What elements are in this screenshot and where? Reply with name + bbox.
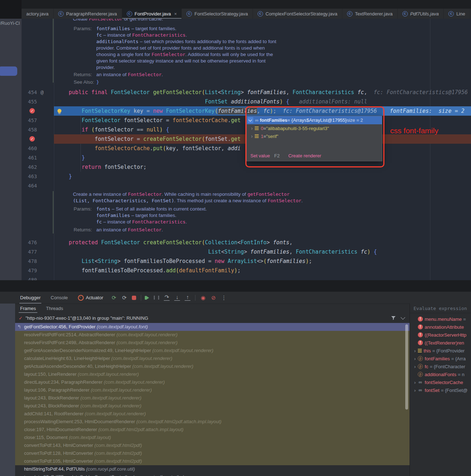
expand-chevron-icon[interactable]: › [250, 125, 254, 131]
rerun-debug-icon[interactable]: ⟳ [121, 295, 127, 301]
variable-row[interactable]: ›this= {FontProvider [410, 347, 471, 355]
doc-line: (List, FontCharacteristics, FontSet). Th… [73, 198, 303, 204]
frame-row[interactable]: calculateLineHeight:63, LineHeightHelper… [15, 355, 410, 362]
frame-row[interactable]: convertToPdf:143, HtmlConverter (com.ite… [15, 442, 410, 449]
tool-window-stripe-button-top[interactable] [0, 66, 17, 76]
variable-row[interactable]: !annotationAttribute [410, 323, 471, 331]
frame-row[interactable]: addChild:141, RootRenderer (com.itextpdf… [15, 410, 410, 418]
frame-row[interactable]: close:197, HtmlDocumentRenderer (com.ite… [15, 426, 410, 434]
step-into-icon[interactable]: ↓ [174, 295, 180, 301]
more-icon[interactable]: ⋮ [221, 295, 227, 301]
run-configuration[interactable]: Actuator [78, 295, 103, 301]
create-renderer-link[interactable]: Create renderer [288, 153, 321, 158]
editor-tab[interactable]: CTextRenderer.java [342, 9, 398, 19]
debug-tab-console[interactable]: Console [46, 292, 73, 304]
code-token: FontCharacteristics [132, 219, 186, 225]
debug-value-popup[interactable]: ∞ fontFamilies = {Arrays$ArrayList@17955… [246, 116, 382, 161]
editor-tab[interactable]: CPdf7Utils.java [398, 9, 444, 19]
panel-splitter[interactable] [0, 280, 471, 292]
step-out-icon[interactable]: ↑ [185, 295, 190, 301]
editor-tab[interactable]: actory.java [22, 9, 54, 19]
mute-breakpoints-icon[interactable]: ⊘ [211, 295, 216, 301]
frame-row[interactable]: convertToPdf:128, HtmlConverter (com.ite… [15, 449, 410, 457]
resume-icon[interactable] [146, 296, 149, 300]
annotation-gutter-icon[interactable]: @ [39, 88, 45, 97]
close-icon[interactable]: × [174, 11, 177, 17]
stop-icon[interactable] [132, 296, 136, 300]
evaluate-expression-input[interactable]: Evaluate expression [414, 306, 467, 311]
code-line[interactable]: FontSelector fontSelector = fontSelector… [56, 116, 241, 125]
frame-row[interactable]: resolveFirstPdfFont:2514, AbstractRender… [15, 331, 410, 339]
popup-value-row[interactable]: ›0 = "alibabapuhuiti-3-55-regularl3" [247, 124, 382, 132]
frame-row[interactable]: template:87, Pdf7TemplateGoldenSupportCo… [15, 473, 410, 476]
frame-row[interactable]: directLayout:234, ParagraphRenderer (com… [15, 378, 410, 386]
code-line[interactable]: public final FontSelector getFontSelecto… [56, 88, 468, 97]
frame-row[interactable]: layout:243, BlockRenderer (com.itextpdf.… [15, 394, 410, 402]
variable-row[interactable]: padditionalFonts= n [410, 370, 471, 378]
variable-row[interactable]: !((ReactorServerHttp [410, 331, 471, 339]
breakpoint-icon[interactable]: ✓ [29, 108, 35, 114]
step-over-icon[interactable]: ↷ [164, 295, 170, 301]
editor-tab[interactable]: CFontSelectorStrategy.java [182, 9, 253, 19]
expand-chevron-icon[interactable]: › [250, 133, 254, 139]
popup-header-row[interactable]: ∞ fontFamilies = {Arrays$ArrayList@17955… [247, 116, 382, 124]
frame-row[interactable]: getActualAscenderDescender:40, LineHeigh… [15, 362, 410, 370]
code-line[interactable]: List<String> fontFamiliesToBeProcessed =… [56, 257, 312, 266]
debug-tab-debugger[interactable]: Debugger [15, 292, 46, 304]
thread-status-row[interactable]: ✓ "http-nio-9307-exec-1"@13,040 in group… [15, 313, 410, 323]
variable-row[interactable]: ›∞fontSet= {FontSet@ [410, 386, 471, 394]
code-line[interactable]: FontSet additionalFonts) { additionalFon… [56, 97, 367, 106]
frame-row[interactable]: layout:106, ParagraphRenderer (com.itext… [15, 386, 410, 394]
popup-dropdown-icon[interactable] [248, 117, 253, 123]
code-line[interactable]: fontSelectorCache.put(key, fontSelector,… [56, 144, 241, 153]
code-line[interactable]: FontSelectorKey key = new FontSelectorKe… [56, 106, 471, 116]
expand-chevron-icon[interactable]: › [413, 348, 417, 353]
view-breakpoints-icon[interactable]: ◉ [200, 295, 206, 301]
code-token: – instance of [102, 219, 132, 225]
code-token: ( [215, 108, 218, 114]
variable-row[interactable]: !menu.menuName= [410, 315, 471, 323]
expand-chevron-icon[interactable]: › [413, 388, 417, 393]
frame-row[interactable]: resolveFirstPdfFont:2498, AbstractRender… [15, 339, 410, 347]
frame-row[interactable]: layout:243, BlockRenderer (com.itextpdf.… [15, 402, 410, 410]
code-line[interactable]: fontFamiliesToBeProcessed.add(defaultFon… [56, 266, 241, 275]
editor-tab[interactable]: CComplexFontSelectorStrategy.java [253, 9, 342, 19]
code-line[interactable]: } [56, 172, 72, 181]
view-tab-threads[interactable]: Threads [41, 304, 68, 313]
frame-row[interactable]: convertToPdf:105, HtmlConverter (com.ite… [15, 457, 410, 465]
frame-row[interactable]: getFontAscenderDescenderNormalized:49, L… [15, 347, 410, 355]
chevron-down-icon[interactable] [401, 315, 405, 320]
set-value-link[interactable]: Set value [250, 153, 270, 158]
code-line[interactable]: return fontSelector; [56, 162, 147, 172]
code-token: createFontSelector [143, 239, 202, 246]
view-tab-frames[interactable]: Frames [15, 304, 41, 313]
frame-row[interactable]: close:115, Document (com.itextpdf.layout… [15, 434, 410, 442]
expand-chevron-icon[interactable]: › [413, 356, 417, 361]
editor-tab[interactable]: CParagraphRenderer.java [54, 9, 122, 19]
editor-tab[interactable]: CLine [444, 9, 470, 19]
rerun-icon[interactable]: ⟳ [111, 295, 117, 301]
code-line[interactable]: protected FontSelector createFontSelecto… [56, 238, 292, 247]
variable-row[interactable]: ›∞fontSelectorCache [410, 378, 471, 386]
pause-icon[interactable] [154, 296, 159, 300]
code-line[interactable]: } [56, 153, 85, 162]
variable-row[interactable]: !((TextRenderer)ren [410, 339, 471, 347]
code-line[interactable]: List<String> fontFamilies, FontCharacter… [56, 247, 377, 257]
expand-chevron-icon[interactable]: › [413, 364, 417, 369]
editor-tab[interactable]: CFontProvider.java× [122, 9, 182, 19]
frame-row[interactable]: processWaitingElement:253, HtmlDocumentR… [15, 418, 410, 426]
filter-funnel-icon[interactable] [391, 316, 396, 320]
expand-chevron-icon[interactable]: › [413, 380, 417, 385]
frames-scrollbar[interactable] [405, 324, 408, 410]
frame-row[interactable]: layout:150, LineRenderer (com.itextpdf.l… [15, 370, 410, 378]
frame-row[interactable]: htmlStringToPdf:44, Pdf7Utils (com.ruoyi… [15, 465, 410, 473]
breakpoint-icon[interactable]: ✓ [29, 136, 35, 142]
popup-value-row[interactable]: ›1 = "serif" [247, 132, 382, 140]
code-line[interactable]: fontSelector = createFontSelector(fontSe… [56, 134, 241, 144]
frame-row[interactable]: ↰getFontSelector:456, FontProvider (com.… [15, 323, 410, 331]
code-line[interactable]: if (fontSelector == null) { [56, 125, 169, 134]
code-token: . [185, 32, 187, 38]
variable-row[interactable]: ›pfc= {FontCharacter [410, 362, 471, 370]
code-token: Create [73, 19, 89, 22]
variable-row[interactable]: ›pfontFamilies= {Arra [410, 355, 471, 362]
